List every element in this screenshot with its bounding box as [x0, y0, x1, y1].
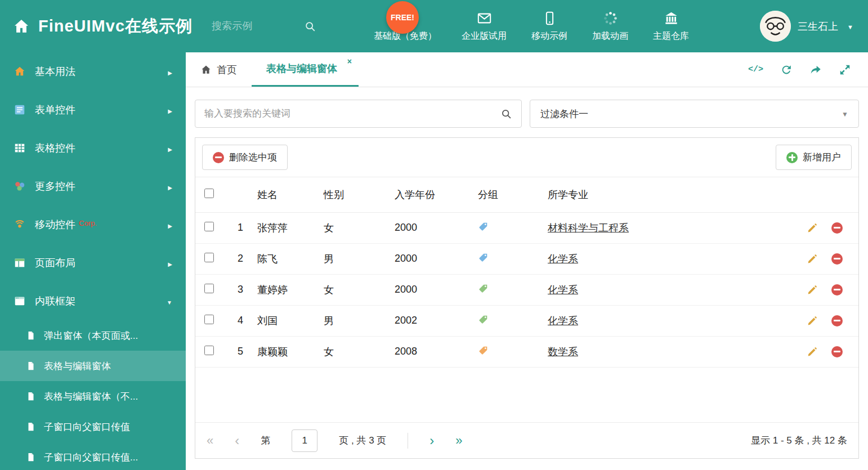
row-checkbox[interactable] — [204, 284, 214, 293]
tab-grid-edit-window[interactable]: 表格与编辑窗体 — [252, 52, 359, 87]
next-page-icon[interactable] — [429, 434, 434, 447]
last-page-icon[interactable] — [455, 435, 462, 447]
table-row: 4 刘国 男 2002 化学系 — [195, 305, 858, 336]
search-icon[interactable] — [304, 20, 316, 33]
nav-theme-store[interactable]: 主题仓库 — [653, 11, 689, 42]
tab-home[interactable]: 首页 — [186, 52, 252, 87]
cell-name: 陈飞 — [256, 243, 323, 274]
search-icon[interactable] — [500, 108, 512, 120]
col-header-year[interactable]: 入学年份 — [393, 177, 477, 212]
app-home-icon[interactable] — [12, 17, 30, 35]
plus-circle-icon — [786, 152, 798, 163]
sidebar-item-mobile-controls[interactable]: 移动控件 Corp. — [0, 205, 186, 244]
delete-icon[interactable] — [831, 253, 843, 265]
nav-mobile-demo[interactable]: 移动示例 — [531, 11, 567, 42]
delete-icon[interactable] — [831, 346, 843, 357]
sidebar-subitem-grid-edit-window[interactable]: 表格与编辑窗体 — [0, 351, 186, 381]
form-icon — [14, 104, 26, 116]
filter-dropdown[interactable]: 过滤条件一 — [530, 100, 859, 128]
major-link[interactable]: 化学系 — [548, 315, 578, 326]
delete-selected-label: 删除选中项 — [229, 151, 277, 164]
col-header-group[interactable]: 分组 — [477, 177, 547, 212]
major-link[interactable]: 材料科学与工程系 — [548, 222, 629, 234]
edit-icon[interactable] — [807, 284, 818, 296]
col-header-name[interactable]: 姓名 — [256, 177, 323, 212]
table-row: 1 张萍萍 女 2000 材料科学与工程系 — [195, 212, 858, 243]
page-content: 过滤条件一 删除选中项 新增用户 — [186, 87, 868, 470]
edit-icon[interactable] — [807, 253, 818, 265]
free-badge: FREE! — [386, 1, 419, 34]
col-header-major[interactable]: 所学专业 — [547, 177, 792, 212]
chevron-right-icon — [168, 142, 172, 154]
tab-label: 首页 — [217, 63, 237, 77]
close-icon[interactable] — [347, 57, 352, 66]
sidebar-item-basic-usage[interactable]: 基本用法 — [0, 52, 186, 91]
first-page-icon[interactable] — [207, 435, 213, 447]
page-label-after: 页 , 共 3 页 — [339, 434, 386, 447]
avatar — [760, 11, 791, 42]
major-link[interactable]: 数学系 — [548, 346, 578, 357]
major-link[interactable]: 化学系 — [548, 253, 578, 265]
grid-panel: 删除选中项 新增用户 姓 — [195, 137, 859, 459]
cell-year: 2008 — [393, 336, 477, 367]
tag-icon — [478, 221, 489, 232]
nav-loading-animation[interactable]: 加载动画 — [592, 11, 628, 42]
nav-enterprise-trial[interactable]: 企业版试用 — [462, 11, 507, 42]
sidebar-item-form-controls[interactable]: 表单控件 — [0, 91, 186, 129]
edit-icon[interactable] — [807, 222, 818, 234]
add-user-button[interactable]: 新增用户 — [776, 145, 852, 170]
source-code-icon[interactable] — [748, 65, 763, 74]
sidebar-item-more-controls[interactable]: 更多控件 — [0, 167, 186, 205]
sidebar-item-label: 基本用法 — [35, 65, 75, 78]
user-menu[interactable]: 三生石上 — [760, 11, 853, 42]
select-all-checkbox[interactable] — [204, 189, 214, 198]
sidebar-item-label: 表单控件 — [35, 103, 75, 117]
share-icon[interactable] — [809, 64, 822, 76]
sidebar-subitem-grid-edit-window-2[interactable]: 表格与编辑窗体（不... — [0, 381, 186, 411]
row-checkbox[interactable] — [204, 222, 214, 231]
expand-icon[interactable] — [839, 64, 851, 76]
edit-icon[interactable] — [807, 346, 818, 357]
keyword-search-input[interactable] — [204, 108, 500, 119]
delete-selected-button[interactable]: 删除选中项 — [202, 145, 288, 170]
add-user-label: 新增用户 — [803, 151, 841, 164]
sidebar-item-label: 内联框架 — [35, 294, 75, 308]
col-header-gender[interactable]: 性别 — [323, 177, 393, 212]
sidebar-subitem-child-to-parent-2[interactable]: 子窗口向父窗口传值... — [0, 442, 186, 470]
corp-badge: Corp. — [79, 219, 97, 227]
row-number: 1 — [225, 212, 256, 243]
prev-page-icon[interactable] — [235, 434, 239, 447]
header-search — [212, 20, 316, 33]
divider — [408, 433, 408, 449]
pagination-bar: 第 页 , 共 3 页 显示 1 - 5 条 , 共 12 条 — [195, 422, 858, 458]
header-search-input[interactable] — [212, 20, 296, 32]
beacon-icon — [14, 218, 26, 231]
row-checkbox[interactable] — [204, 315, 214, 324]
refresh-icon[interactable] — [780, 64, 793, 76]
sidebar-subitem-popup-window[interactable]: 弹出窗体（本页面或... — [0, 320, 186, 351]
chevron-right-icon — [168, 219, 172, 231]
chevron-down-icon — [845, 21, 853, 32]
cell-year: 2000 — [393, 212, 477, 243]
major-link[interactable]: 化学系 — [548, 284, 578, 296]
app-title: FineUIMvc在线示例 — [38, 15, 193, 38]
edit-icon[interactable] — [807, 315, 818, 326]
page-number-input[interactable] — [292, 429, 317, 452]
sidebar-item-grid-controls[interactable]: 表格控件 — [0, 129, 186, 167]
row-checkbox[interactable] — [204, 253, 214, 262]
delete-icon[interactable] — [831, 284, 843, 296]
main-area: 首页 表格与编辑窗体 过滤条件一 — [186, 52, 868, 470]
grid-toolbar: 删除选中项 新增用户 — [195, 138, 858, 177]
sidebar-item-page-layout[interactable]: 页面布局 — [0, 244, 186, 282]
sidebar-item-inline-frame[interactable]: 内联框架 — [0, 282, 186, 320]
sidebar: 基本用法 表单控件 表格控件 更多控件 移动控件 Corp. 页面布局 内联框架… — [0, 52, 186, 470]
tab-actions — [748, 52, 868, 87]
page-label-before: 第 — [261, 434, 270, 447]
header-nav: 基础版（免费） 企业版试用 移动示例 加载动画 主题仓库 — [374, 11, 689, 42]
sidebar-subitem-label: 子窗口向父窗口传值 — [44, 420, 130, 433]
delete-icon[interactable] — [831, 315, 843, 326]
row-checkbox[interactable] — [204, 346, 214, 355]
cell-gender: 女 — [323, 274, 393, 305]
sidebar-subitem-child-to-parent[interactable]: 子窗口向父窗口传值 — [0, 411, 186, 442]
delete-icon[interactable] — [831, 222, 843, 234]
